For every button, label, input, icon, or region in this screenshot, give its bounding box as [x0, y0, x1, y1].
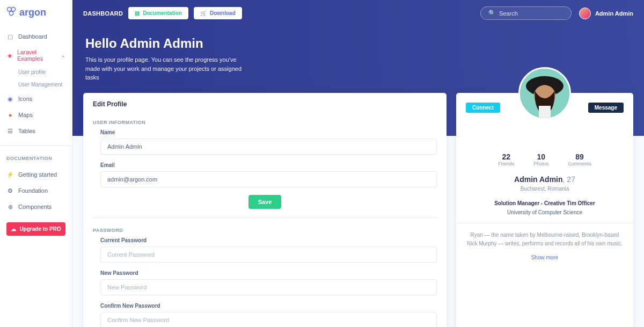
sidebar-item-label: Dashboard [18, 33, 47, 40]
page-subtitle: This is your profile page. You can see t… [85, 55, 246, 82]
btn-label: Documentation [143, 10, 182, 16]
sidebar-item-label: Maps [18, 112, 33, 118]
sidebar-doc-getting-started[interactable]: ⚡ Getting started [0, 166, 72, 183]
user-name: Admin Admin [595, 10, 633, 17]
sidebar-item-label: Getting started [18, 171, 57, 178]
documentation-button[interactable]: ▤ Documentation [128, 7, 188, 19]
sidebar-doc-foundation[interactable]: ⚙ Foundation [0, 183, 72, 199]
save-button[interactable]: Save [248, 195, 282, 209]
upgrade-label: Upgrade to PRO [19, 226, 61, 232]
sidebar-item-label: Icons [18, 96, 32, 102]
sidebar-item-label: Components [18, 204, 52, 210]
email-label: Email [100, 162, 437, 168]
stat-friends: 22 Friends [498, 152, 514, 166]
current-password-input[interactable] [100, 246, 437, 263]
gear-icon: ⚙ [6, 187, 14, 194]
list-icon: ☰ [6, 127, 14, 135]
download-button[interactable]: 🛒 Download [194, 7, 242, 19]
planet-icon: ◉ [6, 95, 14, 103]
doc-heading: DOCUMENTATION [0, 149, 72, 163]
sidebar-item-dashboard[interactable]: ▢ Dashboard [0, 28, 72, 45]
tv-icon: ▢ [6, 33, 14, 40]
topnav: DASHBOARD ▤ Documentation 🛒 Download 🔍 [72, 0, 644, 26]
sidebar-item-icons[interactable]: ◉ Icons [0, 91, 72, 107]
laravel-icon: ◈ [6, 52, 13, 59]
show-more-link[interactable]: Show more [456, 255, 633, 260]
avatar [579, 8, 591, 19]
sidebar-item-tables[interactable]: ☰ Tables [0, 123, 72, 139]
stat-photos: 10 Photos [533, 152, 548, 166]
stat-value: 89 [568, 152, 591, 161]
confirm-password-label: Confirm New Password [100, 303, 437, 309]
sidebar-item-maps[interactable]: ● Maps [0, 107, 72, 123]
new-password-input[interactable] [100, 279, 437, 295]
name-input[interactable] [100, 139, 437, 155]
upgrade-button[interactable]: ☁ Upgrade to PRO [6, 222, 65, 236]
profile-location: Bucharest, Romania [456, 186, 633, 192]
password-heading: PASSWORD [93, 222, 437, 237]
search-box[interactable]: 🔍 [480, 6, 572, 20]
search-icon: 🔍 [488, 10, 496, 17]
pin-icon: ● [6, 111, 14, 119]
stat-label: Comments [568, 161, 591, 166]
sidebar: argon ▢ Dashboard ◈ Laravel Examples ⌄ U… [0, 0, 72, 327]
sidebar-doc-components[interactable]: ⊛ Components [0, 199, 72, 215]
email-input[interactable] [100, 171, 437, 187]
connect-button[interactable]: Connect [466, 103, 500, 113]
age-text: , 27 [563, 175, 575, 184]
content: Edit Profile USER INFORMATION Name Email [72, 93, 644, 328]
sidebar-item-label: Foundation [18, 187, 48, 194]
divider [0, 146, 72, 146]
new-password-label: New Password [100, 270, 437, 276]
profile-bio: Ryan — the name taken by Melbourne-raise… [456, 223, 633, 248]
current-password-label: Current Password [100, 237, 437, 243]
svg-rect-6 [539, 106, 551, 118]
stat-label: Friends [498, 161, 514, 166]
btn-label: Download [210, 10, 236, 16]
stat-value: 22 [498, 152, 514, 161]
atom-icon: ⊛ [6, 203, 14, 210]
chevron-down-icon: ⌄ [61, 53, 65, 58]
message-button[interactable]: Message [588, 103, 624, 113]
svg-point-0 [8, 8, 12, 12]
sidebar-item-laravel-examples[interactable]: ◈ Laravel Examples ⌄ [0, 45, 72, 66]
cart-icon: 🛒 [200, 10, 207, 16]
nav-dashboard[interactable]: DASHBOARD [83, 10, 123, 17]
confirm-password-input[interactable] [100, 312, 437, 328]
stat-comments: 89 Comments [568, 152, 591, 166]
cloud-icon: ☁ [11, 226, 16, 232]
stat-label: Photos [533, 161, 548, 166]
sidebar-item-label: Laravel Examples [17, 49, 57, 62]
sidebar-subitem-user-management[interactable]: User Management [18, 78, 72, 91]
user-menu[interactable]: Admin Admin [579, 8, 633, 19]
user-info-heading: USER INFORMATION [93, 114, 437, 129]
rocket-icon: ⚡ [6, 171, 14, 178]
name-text: Admin Admin [514, 175, 562, 184]
sidebar-item-label: Tables [18, 128, 35, 134]
page-title: Hello Admin Admin [85, 36, 631, 51]
brand-text: argon [19, 7, 46, 18]
divider [93, 217, 437, 218]
svg-point-1 [11, 8, 16, 12]
main-area: DASHBOARD ▤ Documentation 🛒 Download 🔍 [72, 0, 644, 327]
brand-logo[interactable]: argon [0, 0, 72, 25]
book-icon: ▤ [135, 10, 140, 16]
argon-icon [6, 6, 16, 19]
name-label: Name [100, 129, 437, 135]
svg-point-2 [9, 11, 13, 16]
sidebar-subitem-user-profile[interactable]: User profile [18, 66, 72, 78]
profile-role: Solution Manager - Creative Tim Officer [456, 200, 633, 206]
profile-card: Connect Message 22 Friends 10 Photos 89 … [456, 93, 633, 328]
stat-value: 10 [533, 152, 548, 161]
profile-avatar[interactable] [518, 67, 571, 120]
card-title: Edit Profile [83, 93, 447, 114]
profile-name: Admin Admin, 27 [456, 175, 633, 184]
search-input[interactable] [499, 10, 564, 17]
edit-profile-card: Edit Profile USER INFORMATION Name Email [83, 93, 447, 328]
profile-education: University of Computer Science [456, 209, 633, 215]
